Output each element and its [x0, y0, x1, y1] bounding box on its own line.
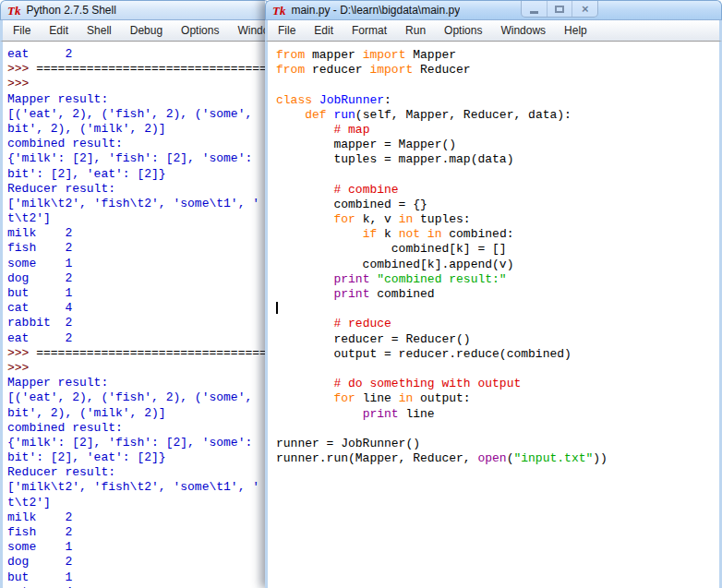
- editor-text-area[interactable]: from mapper import Mapperfrom reducer im…: [265, 42, 722, 588]
- shell-line: bit', 2), ('milk', 2)]: [7, 406, 267, 421]
- shell-line: [('eat', 2), ('fish', 2), ('some',: [7, 390, 267, 405]
- code-line: def run(self, Mapper, Reducer, data):: [276, 108, 719, 123]
- shell-line: fish 2: [7, 241, 267, 256]
- shell-line: t\t2']: [7, 496, 267, 510]
- shell-line: some 1: [7, 540, 267, 555]
- close-button[interactable]: ×: [572, 1, 597, 17]
- shell-line: but 1: [7, 570, 267, 585]
- menu-item-edit[interactable]: Edit: [40, 21, 78, 41]
- code-line: reducer = Reducer(): [276, 332, 719, 347]
- shell-line: dog 2: [7, 555, 267, 570]
- window-controls: ×: [521, 1, 598, 18]
- shell-line: dog 2: [7, 271, 267, 286]
- shell-line: Reducer result:: [7, 182, 267, 197]
- shell-line: but 1: [7, 286, 267, 301]
- tk-icon: Tk: [272, 5, 285, 17]
- code-line: tuples = mapper.map(data): [276, 152, 719, 167]
- shell-line: ['milk\t2', 'fish\t2', 'some\t1', ': [7, 197, 267, 211]
- shell-line: bit': [2], 'eat': [2]}: [7, 450, 267, 465]
- code-line: [276, 168, 719, 183]
- shell-line: combined result:: [7, 421, 267, 436]
- shell-line: eat 2: [7, 47, 267, 62]
- shell-menubar: FileEditShellDebugOptionsWindows: [0, 20, 270, 42]
- code-line: combined[k] = []: [276, 242, 719, 257]
- shell-line: >>> ====================================: [7, 62, 267, 77]
- code-line: [276, 362, 719, 377]
- shell-line: some 1: [7, 257, 267, 271]
- shell-line: Mapper result:: [7, 376, 267, 390]
- code-line: if k not in combined:: [276, 227, 719, 242]
- maximize-icon: [555, 6, 564, 13]
- shell-line: >>>: [7, 77, 267, 91]
- shell-line: milk 2: [7, 226, 267, 241]
- shell-line: >>>: [7, 361, 267, 376]
- maximize-button[interactable]: [548, 1, 573, 17]
- menu-item-shell[interactable]: Shell: [78, 21, 121, 41]
- code-line: from reducer import Reducer: [276, 63, 719, 78]
- shell-line: >>> ====================================: [7, 346, 267, 361]
- code-line: # map: [276, 123, 719, 138]
- shell-window: Tk Python 2.7.5 Shell FileEditShellDebug…: [0, 0, 270, 588]
- minimize-icon: [530, 11, 538, 14]
- code-line: class JobRunner:: [276, 93, 719, 108]
- menu-item-options[interactable]: Options: [172, 21, 228, 41]
- code-line: output = reducer.reduce(combined): [276, 347, 719, 362]
- shell-line: Reducer result:: [7, 465, 267, 480]
- shell-line: bit', 2), ('milk', 2)]: [7, 122, 267, 137]
- shell-line: {'milk': [2], 'fish': [2], 'some':: [7, 436, 267, 450]
- menu-item-debug[interactable]: Debug: [121, 21, 172, 41]
- code-line: from mapper import Mapper: [276, 48, 719, 63]
- code-line: [276, 78, 719, 92]
- shell-line: milk 2: [7, 510, 267, 525]
- code-line: runner.run(Mapper, Reducer, open("input.…: [276, 451, 719, 466]
- menu-item-file[interactable]: File: [269, 21, 305, 41]
- code-line: print combined: [276, 287, 719, 302]
- menu-item-edit[interactable]: Edit: [305, 21, 343, 41]
- menu-item-options[interactable]: Options: [435, 21, 491, 41]
- code-line: mapper = Mapper(): [276, 138, 719, 152]
- minimize-button[interactable]: [522, 1, 548, 17]
- editor-window: Tk main.py - D:\learn\bigdata\main.py × …: [265, 0, 722, 588]
- close-icon: ×: [582, 3, 589, 15]
- menu-item-format[interactable]: Format: [343, 21, 396, 41]
- code-line: for line in output:: [276, 391, 719, 406]
- menu-item-windows[interactable]: Windows: [491, 21, 555, 41]
- shell-line: ['milk\t2', 'fish\t2', 'some\t1', ': [7, 480, 267, 495]
- code-line: [276, 302, 719, 317]
- shell-line: eat 2: [7, 331, 267, 346]
- editor-menubar: FileEditFormatRunOptionsWindowsHelp: [265, 20, 722, 42]
- code-line: # reduce: [276, 317, 719, 331]
- shell-line: {'milk': [2], 'fish': [2], 'some':: [7, 151, 267, 166]
- menu-item-file[interactable]: File: [4, 21, 40, 41]
- code-line: combined[k].append(v): [276, 258, 719, 272]
- menu-item-help[interactable]: Help: [555, 21, 596, 41]
- editor-titlebar[interactable]: Tk main.py - D:\learn\bigdata\main.py ×: [265, 0, 722, 20]
- shell-titlebar[interactable]: Tk Python 2.7.5 Shell: [0, 0, 270, 20]
- shell-line: t\t2']: [7, 211, 267, 226]
- tk-icon: Tk: [7, 5, 20, 17]
- shell-window-title: Python 2.7.5 Shell: [26, 4, 115, 17]
- code-line: # combine: [276, 183, 719, 198]
- shell-line: rabbit 2: [7, 316, 267, 330]
- code-line: # do something with output: [276, 377, 719, 391]
- text-cursor: [276, 302, 278, 314]
- code-line: combined = {}: [276, 198, 719, 212]
- code-line: print "combined result:": [276, 272, 719, 287]
- shell-line: combined result:: [7, 137, 267, 151]
- menu-item-run[interactable]: Run: [396, 21, 435, 41]
- code-line: print line: [276, 407, 719, 422]
- shell-line: fish 2: [7, 525, 267, 540]
- shell-line: [('eat', 2), ('fish', 2), ('some',: [7, 107, 267, 122]
- code-line: [276, 422, 719, 437]
- shell-line: cat 4: [7, 301, 267, 316]
- shell-line: bit': [2], 'eat': [2]}: [7, 167, 267, 182]
- editor-window-title: main.py - D:\learn\bigdata\main.py: [291, 4, 460, 17]
- code-line: runner = JobRunner(): [276, 437, 719, 451]
- shell-line: Mapper result:: [7, 92, 267, 107]
- code-line: for k, v in tuples:: [276, 212, 719, 227]
- shell-text-area[interactable]: eat 2>>> ===============================…: [0, 42, 270, 588]
